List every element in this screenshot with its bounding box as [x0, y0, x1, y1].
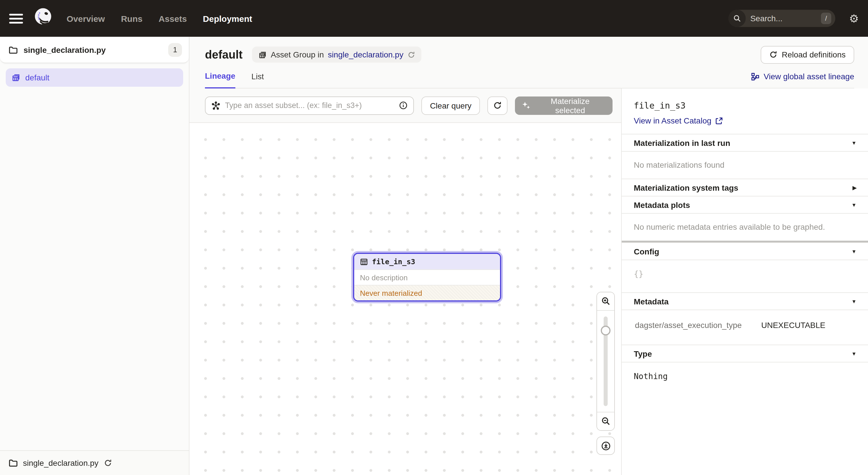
metadata-plots-empty-state: No numeric metadata entries available to… — [622, 213, 868, 241]
zoom-in-button[interactable] — [597, 292, 614, 311]
folder-icon — [9, 45, 18, 54]
type-value: Nothing — [622, 362, 868, 392]
hamburger-menu-icon[interactable] — [9, 13, 23, 23]
lineage-canvas[interactable]: file_in_s3 No description Never material… — [189, 122, 621, 475]
settings-gear-icon[interactable]: ⚙ — [849, 13, 859, 24]
refresh-icon[interactable] — [104, 459, 112, 467]
external-link-icon — [715, 117, 723, 124]
zoom-slider[interactable] — [597, 311, 614, 412]
asset-group-icon — [11, 73, 21, 82]
caret-down-icon: ▼ — [851, 298, 857, 304]
app: Overview Runs Assets Deployment / ⚙ sin — [0, 0, 868, 475]
caret-down-icon: ▼ — [851, 248, 857, 254]
view-global-asset-lineage-link[interactable]: View global asset lineage — [751, 72, 855, 88]
sparkle-icon — [522, 101, 531, 110]
section-config[interactable]: Config ▼ — [622, 242, 868, 260]
download-image-button[interactable] — [596, 437, 615, 455]
sidebar: single_declaration.py 1 default single_d… — [0, 37, 189, 475]
lineage-graph-icon — [751, 72, 760, 81]
config-value: {} — [622, 260, 868, 292]
asset-node-name: file_in_s3 — [372, 257, 415, 266]
global-search[interactable]: / — [728, 10, 835, 27]
metadata-row: dagster/asset_execution_type UNEXECUTABL… — [635, 321, 857, 330]
repo-asset-count-badge: 1 — [168, 43, 182, 57]
section-type[interactable]: Type ▼ — [622, 345, 868, 362]
caret-down-icon: ▼ — [851, 351, 857, 356]
primary-nav: Overview Runs Assets Deployment — [67, 13, 252, 23]
section-materialization-system-tags[interactable]: Materialization system tags ▶ — [622, 179, 868, 196]
repo-link[interactable]: single_declaration.py — [328, 50, 403, 59]
section-metadata-plots[interactable]: Metadata plots ▼ — [622, 196, 868, 213]
materialization-empty-state: No materializations found — [622, 151, 868, 179]
op-selection-icon — [211, 101, 220, 110]
metadata-key: dagster/asset_execution_type — [635, 321, 761, 330]
tab-lineage[interactable]: Lineage — [205, 71, 236, 88]
search-icon — [728, 10, 746, 27]
zoom-slider-handle[interactable] — [601, 326, 611, 335]
sidebar-repo-row[interactable]: single_declaration.py 1 — [0, 37, 189, 63]
search-input[interactable] — [746, 14, 821, 23]
nav-item-overview[interactable]: Overview — [67, 13, 105, 23]
caret-right-icon: ▶ — [852, 185, 857, 190]
info-icon[interactable] — [399, 101, 408, 110]
tab-list[interactable]: List — [251, 72, 264, 88]
footer-repo-name: single_declaration.py — [23, 458, 98, 468]
lineage-section: Clear query Materialize select — [189, 88, 621, 475]
nav-right-group: / ⚙ — [728, 10, 859, 27]
main-header: default Asset Group in single_declaratio… — [189, 37, 868, 88]
top-nav: Overview Runs Assets Deployment / ⚙ — [0, 0, 868, 37]
refresh-icon[interactable] — [407, 51, 415, 58]
tab-bar: Lineage List View global asset lineage — [205, 71, 854, 88]
asset-node-file-in-s3[interactable]: file_in_s3 No description Never material… — [351, 251, 503, 303]
asset-node-header: file_in_s3 — [354, 254, 500, 269]
asset-group-icon — [258, 50, 267, 59]
asset-detail-panel: file_in_s3 View in Asset Catalog — [621, 88, 868, 475]
nav-item-runs[interactable]: Runs — [121, 13, 143, 23]
metadata-table: dagster/asset_execution_type UNEXECUTABL… — [622, 309, 868, 345]
refresh-icon — [769, 51, 777, 59]
zoom-out-button[interactable] — [597, 412, 614, 430]
reload-definitions-button[interactable]: Reload definitions — [761, 46, 854, 63]
table-icon — [360, 258, 368, 266]
repo-name: single_declaration.py — [24, 45, 105, 54]
zoom-controls — [596, 292, 615, 455]
asset-group-badge: Asset Group in single_declaration.py — [252, 47, 421, 63]
refresh-graph-button[interactable] — [488, 96, 508, 115]
asset-subset-query[interactable] — [205, 96, 414, 115]
metadata-value: UNEXECUTABLE — [761, 321, 826, 330]
caret-down-icon: ▼ — [851, 202, 857, 208]
search-shortcut-key: / — [821, 12, 831, 24]
caret-down-icon: ▼ — [851, 140, 857, 146]
materialize-selected-button[interactable]: Materialize selected — [515, 96, 613, 115]
section-materialization-last-run[interactable]: Materialization in last run ▼ — [622, 134, 868, 151]
asset-group-badge-text: Asset Group in — [271, 50, 324, 59]
group-name: default — [25, 73, 50, 82]
page-title: default — [205, 48, 243, 61]
nav-item-assets[interactable]: Assets — [158, 13, 187, 23]
clear-query-button[interactable]: Clear query — [422, 96, 480, 115]
sidebar-footer: single_declaration.py — [0, 450, 189, 475]
folder-icon — [9, 458, 18, 468]
dagster-logo-icon[interactable] — [32, 7, 54, 30]
asset-subset-input[interactable] — [225, 101, 394, 110]
asset-node-status: Never materialized — [354, 285, 500, 300]
lineage-toolbar: Clear query Materialize select — [189, 88, 621, 122]
nav-item-deployment[interactable]: Deployment — [203, 13, 252, 23]
panel-asset-title: file_in_s3 — [634, 100, 857, 111]
asset-node-description: No description — [354, 269, 500, 285]
view-in-asset-catalog-link[interactable]: View in Asset Catalog — [634, 116, 857, 125]
main-area: default Asset Group in single_declaratio… — [189, 37, 868, 475]
sidebar-item-default-group[interactable]: default — [6, 68, 183, 87]
section-metadata[interactable]: Metadata ▼ — [622, 292, 868, 309]
